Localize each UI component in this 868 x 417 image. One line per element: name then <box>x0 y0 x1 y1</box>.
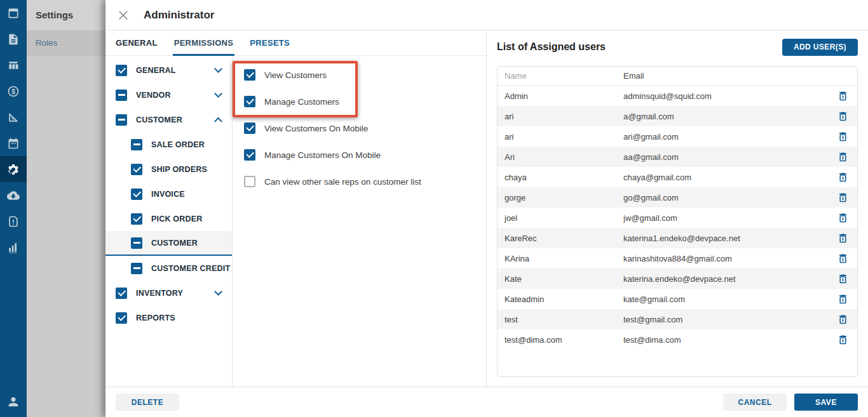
delete-user-trash-icon[interactable] <box>837 232 849 244</box>
sidebar-item-gear[interactable] <box>0 156 27 182</box>
user-email: katerina1.endeko@devpace.net <box>623 234 828 243</box>
user-email: test@gmail.com <box>623 315 828 324</box>
dollar-circle-icon: $ <box>7 85 20 98</box>
inventory-checkbox[interactable] <box>116 288 127 299</box>
pick-order-checkbox[interactable] <box>131 213 142 225</box>
tab-general[interactable]: GENERAL <box>116 30 158 55</box>
table-header-row: Name Email <box>498 67 857 86</box>
invoice-checkbox[interactable] <box>131 189 142 200</box>
tree-item-customer[interactable]: CUSTOMER <box>105 231 232 256</box>
sidebar-item-table-columns[interactable] <box>0 52 27 78</box>
row-actions <box>828 334 857 346</box>
user-email: test@dima.com <box>623 335 828 345</box>
permission-manage-customers[interactable]: Manage Customers <box>233 88 486 115</box>
sidebar-item-document[interactable] <box>0 26 27 52</box>
delete-user-trash-icon[interactable] <box>837 151 849 163</box>
tree-item-inventory[interactable]: INVENTORY <box>105 281 232 305</box>
vendor-checkbox[interactable] <box>116 89 127 101</box>
sidebar-item-calendar[interactable] <box>0 130 27 156</box>
delete-user-trash-icon[interactable] <box>837 273 849 285</box>
app-sidebar: $ <box>0 0 27 417</box>
sidebar-item-profile[interactable] <box>0 387 27 417</box>
customer-credit-checkbox[interactable] <box>131 263 142 274</box>
customer-checkbox[interactable] <box>116 114 127 126</box>
tree-item-customer[interactable]: CUSTOMER <box>105 107 232 132</box>
view-customers-checkbox[interactable] <box>244 69 255 81</box>
permission-label: Manage Customers On Mobile <box>264 150 381 160</box>
role-editor-modal: Administrator GENERALPERMISSIONSPRESETS … <box>105 0 868 417</box>
sidebar-item-window[interactable] <box>0 0 27 26</box>
tree-item-pick-order[interactable]: PICK ORDER <box>105 206 232 231</box>
close-icon[interactable] <box>117 9 130 22</box>
sidebar-item-cloud-download[interactable] <box>0 182 27 208</box>
permissions-section: GENERALPERMISSIONSPRESETS GENERALVENDORC… <box>105 30 487 387</box>
permission-label: Can view other sale reps on customer lis… <box>264 177 421 187</box>
chevron-up-icon[interactable] <box>215 118 222 124</box>
tree-item-ship-orders[interactable]: SHIP ORDERS <box>105 157 232 182</box>
tree-item-reports[interactable]: REPORTS <box>105 305 232 330</box>
tree-item-customer-credit[interactable]: CUSTOMER CREDIT <box>105 256 232 281</box>
delete-user-trash-icon[interactable] <box>837 110 849 122</box>
delete-user-trash-icon[interactable] <box>837 253 849 265</box>
user-name: test <box>498 315 623 324</box>
tab-presets[interactable]: PRESETS <box>250 30 290 55</box>
table-row: ariari@gmail.com <box>498 126 857 147</box>
save-button[interactable]: SAVE <box>794 394 858 411</box>
permission-can-view-other-sale-reps-on-customer-list[interactable]: Can view other sale reps on customer lis… <box>233 168 486 195</box>
bar-chart-icon <box>7 241 20 254</box>
delete-user-trash-icon[interactable] <box>837 131 849 143</box>
sidebar-item-dollar-circle[interactable]: $ <box>0 78 27 104</box>
reports-checkbox[interactable] <box>116 312 127 324</box>
cancel-button[interactable]: CANCEL <box>723 394 787 411</box>
permission-view-customers-on-mobile[interactable]: View Customers On Mobile <box>233 115 486 142</box>
chevron-down-icon[interactable] <box>215 91 222 97</box>
customer-checkbox[interactable] <box>131 237 142 249</box>
can-view-other-sale-reps-on-customer-list-checkbox[interactable] <box>244 176 255 187</box>
delete-user-trash-icon[interactable] <box>837 293 849 305</box>
chevron-down-icon[interactable] <box>215 289 222 295</box>
delete-user-trash-icon[interactable] <box>837 334 849 346</box>
permission-view-customers[interactable]: View Customers <box>233 62 486 88</box>
user-email: ari@gmail.com <box>623 132 828 142</box>
ship-orders-checkbox[interactable] <box>131 164 142 175</box>
row-actions <box>828 232 857 244</box>
tree-item-sale-order[interactable]: SALE ORDER <box>105 132 232 157</box>
delete-user-trash-icon[interactable] <box>837 212 849 224</box>
view-customers-on-mobile-checkbox[interactable] <box>244 122 255 134</box>
tree-item-label: CUSTOMER CREDIT <box>151 264 230 273</box>
sidebar-item-ruler[interactable] <box>0 104 27 130</box>
user-email: kate@gmail.com <box>623 295 828 304</box>
delete-button[interactable]: DELETE <box>116 394 179 411</box>
chevron-down-icon[interactable] <box>215 66 222 72</box>
delete-user-trash-icon[interactable] <box>837 171 849 183</box>
user-email: karinashitova884@gmail.com <box>623 254 828 263</box>
column-header-email: Email <box>623 71 828 81</box>
user-name: Ari <box>498 152 623 162</box>
table-columns-icon <box>7 59 20 72</box>
row-actions <box>828 192 857 204</box>
permission-manage-customers-on-mobile[interactable]: Manage Customers On Mobile <box>233 142 486 168</box>
sidebar-item-bar-chart[interactable] <box>0 234 27 260</box>
delete-user-trash-icon[interactable] <box>837 90 849 102</box>
tree-item-invoice[interactable]: INVOICE <box>105 182 232 206</box>
tree-item-label: GENERAL <box>136 66 176 75</box>
tree-item-vendor[interactable]: VENDOR <box>105 83 232 107</box>
user-email: aa@gmail.com <box>623 152 828 162</box>
tab-permissions[interactable]: PERMISSIONS <box>174 30 234 55</box>
tree-item-general[interactable]: GENERAL <box>105 58 232 83</box>
settings-item-roles[interactable]: Roles <box>27 30 105 56</box>
table-row: Kateadminkate@gmail.com <box>498 289 857 309</box>
delete-user-trash-icon[interactable] <box>837 192 849 204</box>
add-users-button[interactable]: ADD USER(S) <box>782 39 858 56</box>
manage-customers-on-mobile-checkbox[interactable] <box>244 149 255 161</box>
general-checkbox[interactable] <box>116 65 127 76</box>
user-name: KArina <box>498 254 623 263</box>
permission-label: Manage Customers <box>264 97 339 107</box>
sidebar-item-file-alert[interactable] <box>0 208 27 234</box>
row-actions <box>828 212 857 224</box>
table-row: KareReckaterina1.endeko@devpace.net <box>498 228 857 248</box>
delete-user-trash-icon[interactable] <box>837 314 849 326</box>
sale-order-checkbox[interactable] <box>131 139 142 150</box>
manage-customers-checkbox[interactable] <box>244 96 255 107</box>
tree-item-label: SALE ORDER <box>151 140 205 149</box>
